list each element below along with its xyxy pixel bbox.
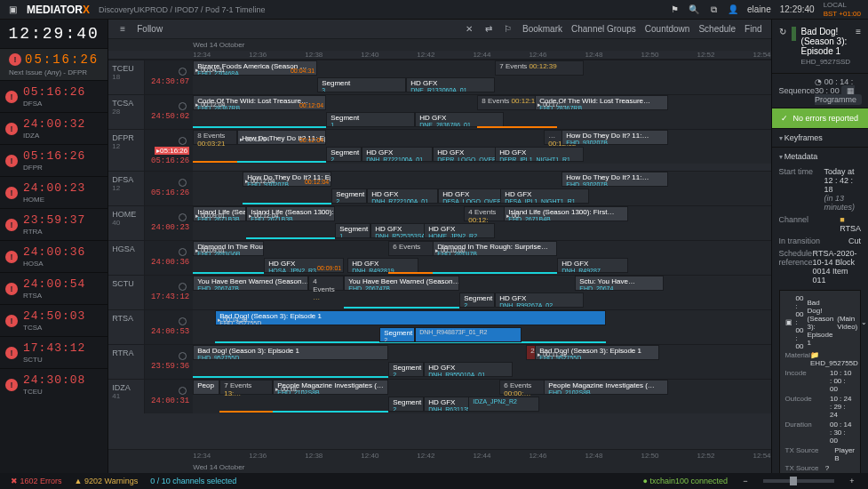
cut-icon[interactable]: ✕ [464, 24, 474, 34]
timeline-clip[interactable]: Island Life (Season 1300): Feeli… EHD_26… [246, 206, 335, 221]
alert-row[interactable]: 24:00:32 IDZA [0, 112, 108, 144]
breadcrumb[interactable]: DiscoveryUKPROD / IPOD7 / Pod 7-1 Timeli… [99, 5, 266, 14]
timeline-clip[interactable]: You Have Been Warned (Season… EHD_206747… [344, 276, 459, 291]
timeline-clip[interactable]: Diamond In The Rough: Surprise… EHD_2893… [433, 241, 557, 256]
flag-icon[interactable]: ⚐ [503, 24, 514, 34]
section-metadata[interactable]: Metadata [772, 147, 868, 165]
timeline-clip[interactable]: Bizarre Foods America (Season … EHD_2304… [193, 60, 317, 76]
alert-row[interactable]: 24:50:03 TCSA [0, 304, 108, 336]
timeline-clip[interactable]: Bad Dog! (Season 3): Episode 1 EHD_95275… [193, 345, 388, 360]
zoom-slider[interactable] [763, 479, 834, 483]
alert-row[interactable]: 24:00:36 HOSA [0, 240, 108, 272]
timeline-clip[interactable]: How Do They Do It? 11:… EHD_930207B [561, 172, 668, 187]
find-button[interactable]: Find [745, 24, 761, 34]
channel-status[interactable]: ▸05:16:26 05:16:26 [144, 130, 193, 171]
timeline-clip[interactable]: Segment 1 [326, 112, 415, 127]
alert-row[interactable]: 05:16:26 DFPR [0, 144, 108, 176]
menu-icon[interactable]: ≡ [117, 24, 128, 34]
channel-status[interactable]: 24:00:31 [144, 380, 193, 413]
timeline-clip[interactable]: Code Of The Wild: Lost Treasure… EHD_283… [193, 95, 326, 110]
timeline-clip[interactable]: 4 Events … [308, 276, 344, 291]
meta-value-chip[interactable]: RTSA [840, 215, 861, 233]
channels-selected[interactable]: 0 / 10 channels selected [150, 477, 236, 485]
timeline-clip[interactable]: Bad Dog! (Season 3): Episode 1 EHD_95275… [535, 345, 659, 360]
timeline-clip[interactable]: HD GFX DNH_R49287… [557, 258, 628, 273]
alert-row[interactable]: 17:43:12 SCTU [0, 336, 108, 368]
channel-status[interactable]: 23:59:36 [144, 345, 193, 379]
channel-status[interactable]: 24:00:36 [144, 241, 193, 275]
channel-label[interactable]: SCTU [108, 276, 144, 309]
record-icon[interactable] [179, 352, 187, 360]
channel-track[interactable]: 8 Events 00:03:21 How Do They Do It? 11:… [193, 130, 770, 164]
channel-label[interactable]: DFSA12 [108, 172, 144, 205]
timeline-clip[interactable]: How Do They Do It? 11: Episode 4 EHD_930… [243, 172, 331, 187]
chevron-down-icon[interactable]: ⌄ [861, 318, 867, 326]
timeline-clip[interactable]: HD GFX DNH_R955010A_01 [424, 362, 513, 377]
channel-label[interactable]: RTSA [108, 310, 144, 344]
record-icon[interactable] [179, 213, 187, 221]
alert-row[interactable]: 24:00:54 RTSA [0, 272, 108, 304]
channel-status[interactable]: 24:50:02 [144, 95, 193, 129]
follow-toggle[interactable]: Follow [137, 24, 163, 34]
timeline-clip[interactable]: Segment 1 [335, 223, 370, 238]
record-icon[interactable] [179, 248, 187, 256]
channel-track[interactable]: Diamond In The Rough: Bigger K… EHD_2893… [193, 241, 770, 275]
channel-track[interactable]: Bad Dog! (Season 3): Episode 1 EHD_95275… [193, 345, 770, 379]
timeline-clip[interactable]: You Have Been Warned (Season… EHD_206747… [193, 276, 308, 291]
channel-label[interactable]: HOME40 [108, 206, 144, 240]
alert-row[interactable]: 24:30:08 TCEU [0, 368, 108, 400]
timeline-clip[interactable]: HD GFX HOSA_JPN2_R3 00:09:01 [264, 258, 344, 273]
timeline-clip[interactable]: How Do They Do It? 11: Episode 4 ↖ EHD_9… [237, 130, 326, 145]
timeline-clip[interactable]: Segment 2 [459, 293, 495, 308]
timeline-clip[interactable]: 7 Events 00:12:39 [495, 60, 584, 76]
channel-track[interactable]: Bad Dog! (Season 3): Episode 1 EHD_95275… [193, 310, 770, 344]
channel-label[interactable]: TCEU18 [108, 60, 144, 94]
timeline-clip[interactable]: HD GFX DFPR_IPL1_NIGHT1_R1 [495, 147, 584, 162]
channel-groups-button[interactable]: Channel Groups [571, 24, 636, 34]
timeline-clip[interactable]: HD GFX DNH_R99267A_02 [495, 293, 584, 308]
timeline-clip[interactable]: Code Of The Wild: Lost Treasure… EHD_283… [535, 95, 668, 110]
timeline-clip[interactable]: Segment 3 [317, 77, 406, 92]
alert-row[interactable]: 05:16:26 DFSA [0, 80, 108, 112]
timeline-clip[interactable]: Sctu: You Have… EHD_20674… [575, 276, 664, 291]
channel-track[interactable]: How Do They Do It? 11: Episode 4 EHD_930… [193, 172, 770, 205]
timeline-clip[interactable]: HD GFX HOME_JPN2_R2 [424, 223, 495, 238]
record-icon[interactable] [179, 68, 187, 76]
timeline-clip[interactable]: DNH_R948873F_01_R2 [415, 327, 522, 342]
timeline-clip[interactable]: Island Life (Season 1300): First… EHD_26… [504, 206, 628, 221]
channel-track[interactable]: You Have Been Warned (Season… EHD_206747… [193, 276, 770, 309]
channel-status[interactable]: 05:16:26 [144, 172, 193, 205]
channel-status[interactable]: 24:30:07 [144, 60, 193, 94]
countdown-button[interactable]: Countdown [645, 24, 690, 34]
timeline-clip[interactable]: Segment 2 [326, 147, 362, 162]
timeline-clip[interactable]: HD GFX DNH_R722100A_01 [362, 147, 433, 162]
timeline-clip[interactable]: Peop [193, 380, 219, 395]
warnings-count[interactable]: ▲ 9202 Warnings [75, 477, 139, 485]
channel-track[interactable]: Code Of The Wild: Lost Treasure… EHD_283… [193, 95, 770, 129]
timeline-clip[interactable]: Segment 2 [331, 188, 367, 204]
timeline-clip[interactable]: HD GFX DNE_2836786_01 [415, 112, 504, 127]
timeline-clip[interactable]: 7 Events 13:… [219, 380, 273, 395]
channel-label[interactable]: TCSA28 [108, 95, 144, 129]
channel-track[interactable]: Peop 7 Events 13:… People Magazine Inves… [193, 380, 770, 413]
channel-status[interactable]: 17:43:12 [144, 276, 193, 309]
channel-label[interactable]: RTRA [108, 345, 144, 379]
timeline-clip[interactable]: Bad Dog! (Season 3): Episode 1 EHD_95275… [215, 310, 606, 325]
user-name[interactable]: elaine [747, 4, 771, 14]
timeline-clip[interactable]: Segment 2 [388, 397, 424, 412]
timeline-clip[interactable]: Diamond In The Rough: Bigger K… EHD_2893… [193, 241, 264, 256]
timeline-clip[interactable]: HD GFX DNH_R722100A_01 [367, 188, 438, 204]
timeline-clip[interactable]: HD GFX DNE_R133060A_01 [406, 77, 495, 92]
user-icon[interactable]: 👤 [728, 4, 738, 14]
channel-label[interactable]: DFPR12 [108, 130, 144, 171]
more-icon[interactable]: ≡ [856, 27, 861, 36]
channel-track[interactable]: Island Life (Season 1… EHD_2671B3B ▸ 00:… [193, 206, 770, 240]
media-tag[interactable]: (Main Video) [837, 315, 857, 331]
section-keyframes[interactable]: Keyframes [772, 128, 868, 147]
timeline-clip[interactable]: People Magazine Investigates (… EHD_2102… [544, 380, 668, 395]
search-icon[interactable]: 🔍 [689, 4, 699, 14]
record-icon[interactable] [179, 387, 187, 395]
schedule-button[interactable]: Schedule [698, 24, 736, 34]
record-icon[interactable] [179, 317, 187, 325]
timeline-clip[interactable]: HD GFX DNH_R492819… [347, 258, 418, 273]
